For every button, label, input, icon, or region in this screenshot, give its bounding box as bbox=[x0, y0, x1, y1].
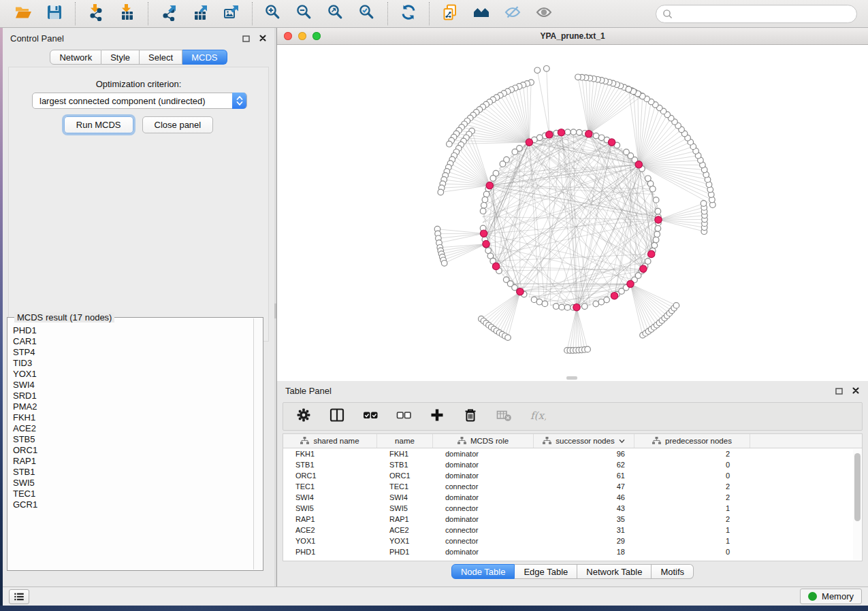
graph-node[interactable] bbox=[570, 129, 577, 135]
graph-node[interactable] bbox=[653, 237, 659, 243]
graph-edge[interactable] bbox=[630, 284, 667, 316]
window-close-icon[interactable] bbox=[284, 32, 292, 40]
graph-node[interactable] bbox=[593, 301, 599, 307]
graph-mcds-hub-node[interactable] bbox=[648, 250, 655, 257]
cell-predecessor_nodes[interactable]: 2 bbox=[634, 492, 750, 503]
graph-node[interactable] bbox=[512, 149, 518, 155]
close-panel-button[interactable]: Close panel bbox=[142, 116, 214, 133]
graph-edge[interactable] bbox=[483, 292, 520, 321]
save-session-button[interactable] bbox=[44, 3, 65, 24]
graph-node[interactable] bbox=[575, 74, 581, 80]
cell-mcds_role[interactable]: connector bbox=[433, 503, 534, 514]
cell-mcds_role[interactable]: dominator bbox=[433, 459, 534, 470]
graph-node[interactable] bbox=[490, 176, 496, 182]
graph-edge[interactable] bbox=[589, 90, 632, 134]
mcds-result-item[interactable]: FKH1 bbox=[8, 412, 253, 423]
cell-successor_nodes[interactable]: 96 bbox=[534, 448, 634, 459]
cell-shared_name[interactable]: FKH1 bbox=[283, 448, 377, 459]
graph-edge[interactable] bbox=[547, 69, 549, 135]
graph-edge[interactable] bbox=[589, 94, 639, 134]
graph-mcds-hub-node[interactable] bbox=[585, 131, 592, 137]
mcds-result-item[interactable]: ORC1 bbox=[8, 445, 253, 456]
cell-shared_name[interactable]: TEC1 bbox=[283, 481, 377, 492]
cell-name[interactable]: RAP1 bbox=[377, 514, 433, 525]
select-all-button[interactable] bbox=[360, 406, 381, 427]
import-network-button[interactable] bbox=[86, 3, 106, 24]
graph-edge[interactable] bbox=[658, 203, 704, 220]
graph-edge[interactable] bbox=[537, 70, 549, 135]
graph-mcds-hub-node[interactable] bbox=[635, 161, 642, 168]
graph-edge[interactable] bbox=[520, 291, 622, 292]
cell-predecessor_nodes[interactable]: 0 bbox=[634, 470, 750, 481]
graph-edge[interactable] bbox=[639, 146, 693, 164]
cell-mcds_role[interactable]: dominator bbox=[433, 514, 534, 525]
graph-node[interactable] bbox=[654, 231, 660, 237]
graph-edge[interactable] bbox=[493, 254, 652, 261]
mcds-result-scrollbar[interactable] bbox=[253, 318, 262, 569]
column-header-MCDS-role[interactable]: MCDS role bbox=[433, 434, 534, 448]
graph-node[interactable] bbox=[534, 67, 541, 73]
graph-node[interactable] bbox=[585, 346, 591, 352]
cell-mcds_role[interactable]: connector bbox=[433, 481, 534, 492]
window-minimize-icon[interactable] bbox=[298, 32, 306, 40]
cell-name[interactable]: TEC1 bbox=[377, 481, 433, 492]
cell-name[interactable]: ACE2 bbox=[377, 525, 433, 535]
graph-edge[interactable] bbox=[589, 89, 628, 134]
graph-edge[interactable] bbox=[639, 122, 675, 165]
table-vscrollbar[interactable] bbox=[853, 449, 861, 560]
column-header-name[interactable]: name bbox=[377, 434, 433, 448]
graph-node[interactable] bbox=[565, 129, 571, 135]
run-mcds-button[interactable]: Run MCDS bbox=[64, 116, 133, 133]
graph-node[interactable] bbox=[536, 299, 543, 305]
mcds-result-item[interactable]: PMA2 bbox=[8, 401, 253, 412]
cell-successor_nodes[interactable]: 43 bbox=[534, 503, 634, 514]
cell-successor_nodes[interactable]: 46 bbox=[534, 492, 634, 503]
graph-node[interactable] bbox=[598, 135, 605, 141]
hide-selected-button[interactable] bbox=[502, 3, 523, 24]
mcds-result-item[interactable]: SRD1 bbox=[8, 391, 253, 401]
graph-node[interactable] bbox=[645, 176, 652, 182]
graph-node[interactable] bbox=[544, 66, 550, 72]
tab-network-table[interactable]: Network Table bbox=[577, 564, 652, 579]
cell-name[interactable]: ORC1 bbox=[377, 470, 433, 481]
cell-shared_name[interactable]: SWI5 bbox=[283, 503, 377, 514]
graph-edge[interactable] bbox=[577, 308, 582, 350]
graph-node[interactable] bbox=[438, 189, 444, 195]
cell-predecessor_nodes[interactable]: 2 bbox=[634, 481, 750, 492]
graph-edge[interactable] bbox=[582, 78, 589, 134]
graph-node[interactable] bbox=[481, 203, 487, 209]
graph-mcds-hub-node[interactable] bbox=[640, 265, 647, 272]
cell-shared_name[interactable]: ORC1 bbox=[283, 470, 377, 481]
cell-mcds_role[interactable]: dominator bbox=[433, 546, 534, 557]
cell-name[interactable]: SWI5 bbox=[377, 503, 433, 514]
column-header-successor-nodes[interactable]: successor nodes bbox=[534, 434, 634, 448]
optimization-criterion-dropdown[interactable]: largest connected component (undirected) bbox=[32, 93, 247, 109]
mcds-result-item[interactable]: STB5 bbox=[8, 434, 253, 445]
graph-edge[interactable] bbox=[639, 126, 678, 165]
graph-mcds-hub-node[interactable] bbox=[526, 139, 532, 146]
graph-node[interactable] bbox=[482, 197, 488, 203]
column-header-predecessor-nodes[interactable]: predecessor nodes bbox=[634, 434, 750, 448]
graph-mcds-hub-node[interactable] bbox=[608, 139, 615, 146]
network-canvas[interactable] bbox=[277, 45, 868, 381]
zoom-selected-button[interactable] bbox=[357, 3, 377, 24]
zoom-out-button[interactable] bbox=[294, 3, 315, 24]
graph-node[interactable] bbox=[553, 303, 560, 310]
graph-node[interactable] bbox=[500, 161, 506, 167]
mcds-result-item[interactable]: ACE2 bbox=[8, 423, 253, 434]
cell-predecessor_nodes[interactable]: 0 bbox=[634, 459, 750, 470]
cell-predecessor_nodes[interactable]: 0 bbox=[634, 546, 750, 557]
graph-mcds-hub-node[interactable] bbox=[573, 304, 580, 311]
close-panel-icon[interactable] bbox=[258, 34, 267, 43]
graph-node[interactable] bbox=[626, 86, 632, 93]
table-settings-button[interactable] bbox=[293, 406, 314, 427]
column-header-shared-name[interactable]: shared name bbox=[283, 434, 377, 448]
cell-name[interactable]: FKH1 bbox=[377, 448, 433, 459]
cell-predecessor_nodes[interactable]: 1 bbox=[634, 503, 750, 514]
export-image-button[interactable] bbox=[221, 3, 242, 24]
cell-name[interactable]: YOX1 bbox=[377, 535, 433, 546]
mcds-result-item[interactable]: SWI5 bbox=[8, 478, 253, 489]
tab-style[interactable]: Style bbox=[101, 50, 140, 65]
export-table-button[interactable] bbox=[190, 3, 210, 24]
graph-node[interactable] bbox=[653, 197, 659, 203]
